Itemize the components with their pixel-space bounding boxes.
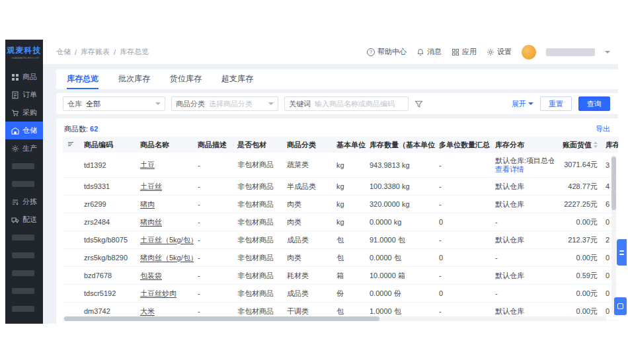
warehouse-icon — [11, 127, 19, 135]
search-button[interactable]: 查询 — [578, 96, 610, 111]
category-select[interactable]: 商品分类 选择商品分类 — [171, 96, 278, 111]
column-header-9: 库存分布 — [491, 140, 554, 150]
tab-stock-overview[interactable]: 库存总览 — [67, 69, 98, 89]
sidebar-item-生产[interactable]: 生产 — [5, 139, 43, 157]
product-name-link[interactable]: 猪肉 — [140, 200, 155, 208]
floating-feedback-button[interactable] — [614, 297, 627, 315]
column-settings-icon[interactable] — [67, 140, 75, 149]
breadcrumb-item-ledger[interactable]: 库存账表 — [81, 47, 110, 57]
sidebar-item-商品[interactable]: 商品 — [5, 68, 43, 86]
redacted-label — [12, 163, 34, 169]
horizontal-scrollbar-thumb[interactable] — [64, 316, 379, 321]
qty-cell: 0.0000 份 — [366, 289, 435, 299]
keyword-input[interactable] — [315, 100, 402, 108]
sort-icon[interactable] — [594, 141, 598, 148]
tab-batch-stock[interactable]: 批次库存 — [118, 69, 150, 89]
tab-location-stock[interactable]: 货位库存 — [170, 69, 202, 89]
packaging-cell: 非包材商品 — [233, 271, 283, 281]
warehouse-select[interactable]: 仓库 全部 — [63, 96, 165, 111]
advanced-filter-button[interactable] — [414, 100, 423, 108]
avatar[interactable] — [522, 45, 536, 59]
packaging-cell: 非包材商品 — [233, 182, 283, 192]
filter-actions: 展开 重置 查询 — [512, 96, 611, 111]
stock-distribution-cell: - — [491, 289, 554, 298]
keyword-label: 关键词 — [289, 99, 311, 109]
chevron-down-icon[interactable] — [605, 51, 610, 54]
sidebar-item-redacted[interactable] — [5, 264, 43, 282]
product-name-link[interactable]: 包装袋 — [140, 272, 162, 279]
multi-cell: 0 — [435, 289, 491, 297]
product-name-link[interactable]: 猪肉丝 — [140, 218, 162, 226]
category-cell: 肉类 — [283, 200, 333, 209]
stock-distribution-text: 默认仓库 — [495, 182, 550, 191]
product-name-cell: 土豆 — [136, 160, 194, 170]
expand-filters-link[interactable]: 展开 — [512, 99, 533, 109]
column-header-label: 商品描述 — [198, 140, 227, 150]
product-name-link[interactable]: 猪肉丝（5kg/包） — [140, 254, 194, 262]
sidebar-item-redacted[interactable] — [5, 157, 43, 175]
product-name-cell: 猪肉丝 — [136, 217, 194, 227]
product-name-link[interactable]: 土豆丝炒肉 — [140, 289, 177, 297]
sidebar-item-采购[interactable]: 采购 — [5, 104, 43, 122]
vertical-scrollbar-thumb[interactable] — [611, 157, 616, 210]
tab-overdraft-stock[interactable]: 超支库存 — [221, 69, 253, 89]
column-header-label: 是否包材 — [237, 140, 266, 150]
sidebar-item-redacted[interactable] — [5, 246, 43, 264]
product-name-cell: 土豆丝 — [136, 182, 194, 192]
floating-support-tab[interactable] — [617, 239, 627, 266]
product-name-link[interactable]: 土豆 — [140, 161, 155, 168]
topbar-actions: ? 帮助中心 消息 应用 设置 — [367, 45, 610, 59]
product-name-link[interactable]: 土豆丝（5kg/包） — [140, 236, 194, 244]
multi-cell: - — [435, 200, 491, 208]
redacted-label — [12, 252, 34, 258]
sidebar-item-仓储[interactable]: 仓储 — [5, 122, 43, 139]
reset-button[interactable]: 重置 — [540, 96, 572, 111]
stock-distribution-cell: 默认仓库 — [491, 200, 554, 209]
sidebar-item-redacted[interactable] — [5, 282, 43, 300]
unit-cell: kg — [333, 200, 366, 208]
settings-button[interactable]: 设置 — [487, 47, 512, 57]
value-cell: 212.37元 — [554, 235, 602, 245]
product-name-cell: 猪肉丝（5kg/包） — [136, 253, 194, 263]
product-name-link[interactable]: 大米 — [140, 307, 155, 315]
apps-grid-icon — [451, 48, 459, 56]
multi-cell: - — [435, 272, 491, 279]
stock-distribution-cell: 默认仓库 — [491, 236, 554, 244]
filter-bar: 仓库 全部 商品分类 选择商品分类 关键词 展开 重置 — [56, 93, 618, 114]
export-link[interactable]: 导出 — [596, 124, 610, 134]
desc-cell: - — [194, 236, 233, 244]
sidebar-item-label: 商品 — [22, 72, 37, 82]
stock-distribution-text: 默认仓库 — [495, 236, 550, 244]
view-detail-link[interactable]: 查看详情 — [495, 165, 550, 174]
sidebar-item-redacted[interactable] — [5, 300, 43, 318]
logo-title: 观麦科技 — [7, 45, 42, 56]
messages-button[interactable]: 消息 — [416, 47, 442, 57]
sidebar-item-redacted[interactable] — [5, 229, 43, 246]
help-center-button[interactable]: ? 帮助中心 — [367, 47, 407, 57]
code-cell: tdscr5192 — [80, 289, 136, 297]
stock-distribution-text: - — [495, 289, 550, 298]
product-name-cell: 土豆丝（5kg/包） — [136, 235, 194, 245]
product-name-link[interactable]: 土豆丝 — [140, 182, 162, 190]
sidebar-item-label: 仓储 — [22, 126, 37, 135]
chevron-down-icon — [155, 102, 161, 105]
sidebar-item-配送[interactable]: 配送 — [5, 211, 43, 229]
table-header-row: 商品编码商品名称商品描述是否包材商品分类基本单位库存数量（基本单位）多单位数量汇… — [63, 137, 618, 153]
stock-distribution-cell: 默认仓库 — [491, 272, 554, 280]
help-label: 帮助中心 — [377, 47, 407, 57]
stock-distribution-cell: - — [491, 218, 554, 227]
product-count-value: 62 — [90, 125, 98, 133]
support-tab-glyph — [619, 250, 624, 252]
value-cell: 0.59元 — [554, 271, 602, 281]
expand-label: 展开 — [512, 99, 526, 109]
warehouse-value: 全部 — [86, 99, 100, 109]
keyword-group: 关键词 — [284, 96, 409, 111]
breadcrumb-item-warehouse[interactable]: 仓储 — [56, 47, 71, 57]
sidebar-item-订单[interactable]: 订单 — [5, 86, 43, 104]
column-header-4: 是否包材 — [233, 140, 283, 150]
sidebar-item-分拣[interactable]: 分拣 — [5, 193, 43, 211]
qty-cell: 943.9813 kg — [366, 161, 435, 169]
sidebar-item-redacted[interactable] — [5, 175, 43, 193]
product-count-label: 商品数: — [64, 125, 88, 133]
apps-button[interactable]: 应用 — [451, 47, 477, 57]
